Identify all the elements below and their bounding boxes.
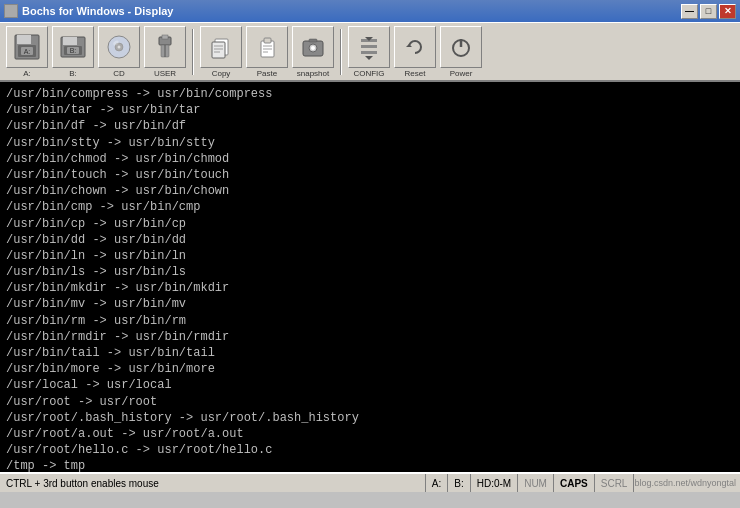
usb-label: USER [154,70,176,78]
terminal-line: /tmp -> tmp [6,458,734,472]
terminal-line: /usr/bin/rm -> usr/bin/rm [6,313,734,329]
status-drive-b: B: [448,474,470,492]
toolbar-group-snapshot: snapshot [292,26,334,78]
status-drive-a: A: [426,474,448,492]
terminal-line: /usr/bin/more -> usr/bin/more [6,361,734,377]
terminal-line: /usr/bin/cp -> usr/bin/cp [6,216,734,232]
terminal-line: /usr/bin/dd -> usr/bin/dd [6,232,734,248]
toolbar-group-cd: CD [98,26,140,78]
toolbar-group-copy: Copy [200,26,242,78]
usb-button[interactable] [144,26,186,68]
config-button[interactable] [348,26,390,68]
terminal-line: /usr/local -> usr/local [6,377,734,393]
app-icon [4,4,18,18]
svg-rect-6 [63,37,77,45]
copy-label: Copy [212,70,231,78]
toolbar-group-floppy-a: A: A: [6,26,48,78]
toolbar-sep-1 [192,29,194,75]
reset-button[interactable] [394,26,436,68]
config-icon [355,33,383,61]
window-title: Bochs for Windows - Display [22,5,173,17]
svg-point-30 [311,46,315,50]
terminal-line: /usr/root/hello.c -> usr/root/hello.c [6,442,734,458]
mouse-hint-text: CTRL + 3rd button enables mouse [6,478,159,489]
terminal-line: /usr/bin/tar -> usr/bin/tar [6,102,734,118]
terminal-line: /usr/bin/rmdir -> usr/bin/rmdir [6,329,734,345]
terminal-line: /usr/bin/touch -> usr/bin/touch [6,167,734,183]
status-caps: CAPS [554,474,595,492]
toolbar-group-reset: Reset [394,26,436,78]
paste-button[interactable] [246,26,288,68]
svg-text:B:: B: [70,47,77,54]
floppy-a-label: A: [23,70,31,78]
terminal-line: /usr/bin/ls -> usr/bin/ls [6,264,734,280]
minimize-button[interactable]: — [681,4,698,19]
toolbar-group-config: CONFIG [348,26,390,78]
toolbar-group-paste: Paste [246,26,288,78]
watermark-text: blog.csdn.net/wdnyongtal [634,478,740,488]
status-bar: CTRL + 3rd button enables mouse A: B: HD… [0,472,740,492]
floppy-a-icon: A: [13,33,41,61]
svg-rect-33 [361,45,377,48]
power-icon [447,33,475,61]
scroll-lock-label: SCRL [601,478,628,489]
toolbar-group-usb: USER [144,26,186,78]
cd-label: CD [113,70,125,78]
snapshot-button[interactable] [292,26,334,68]
caps-lock-label: CAPS [560,478,588,489]
status-mouse-hint: CTRL + 3rd button enables mouse [0,474,426,492]
floppy-b-button[interactable]: B: [52,26,94,68]
svg-rect-1 [17,35,31,44]
terminal-line: /usr/root/a.out -> usr/root/a.out [6,426,734,442]
num-lock-label: NUM [524,478,547,489]
floppy-b-icon: B: [59,33,87,61]
terminal-line: /usr/bin/df -> usr/bin/df [6,118,734,134]
terminal-line: /usr/bin/mv -> usr/bin/mv [6,296,734,312]
floppy-a-button[interactable]: A: [6,26,48,68]
terminal-line: /usr/bin/chown -> usr/bin/chown [6,183,734,199]
power-button[interactable] [440,26,482,68]
drive-b-label: B: [454,478,463,489]
snapshot-icon [299,33,327,61]
svg-rect-24 [264,38,271,43]
paste-icon [253,33,281,61]
cd-icon [105,33,133,61]
floppy-b-label: B: [69,70,77,78]
terminal-line: /usr/bin/mkdir -> usr/bin/mkdir [6,280,734,296]
close-button[interactable]: ✕ [719,4,736,19]
status-scrl: SCRL [595,474,635,492]
svg-point-12 [118,45,121,48]
svg-marker-37 [406,44,412,47]
power-label: Power [450,70,473,78]
toolbar: A: A: B: B: CD [0,22,740,82]
terminal-line: /usr/root -> usr/root [6,394,734,410]
watermark-label: blog.csdn.net/wdnyongtal [634,478,736,488]
svg-rect-34 [361,51,377,54]
config-label: CONFIG [353,70,384,78]
svg-rect-15 [162,35,168,39]
drive-a-label: A: [432,478,441,489]
terminal-line: /usr/bin/compress -> usr/bin/compress [6,86,734,102]
status-num: NUM [518,474,554,492]
copy-icon [207,33,235,61]
status-hd: HD:0-M [471,474,518,492]
terminal-area[interactable]: /usr/bin/compress -> usr/bin/compress/us… [0,82,740,472]
copy-button[interactable] [200,26,242,68]
maximize-button[interactable]: □ [700,4,717,19]
svg-rect-19 [212,42,225,58]
title-bar: Bochs for Windows - Display — □ ✕ [0,0,740,22]
reset-label: Reset [405,70,426,78]
terminal-line: /usr/bin/ln -> usr/bin/ln [6,248,734,264]
svg-marker-36 [365,56,373,60]
cd-button[interactable] [98,26,140,68]
snapshot-label: snapshot [297,70,329,78]
terminal-line: /usr/root/.bash_history -> usr/root/.bas… [6,410,734,426]
toolbar-group-power: Power [440,26,482,78]
terminal-line: /usr/bin/stty -> usr/bin/stty [6,135,734,151]
reset-icon [401,33,429,61]
svg-rect-31 [309,39,317,42]
usb-icon [151,33,179,61]
terminal-line: /usr/bin/cmp -> usr/bin/cmp [6,199,734,215]
svg-text:A:: A: [24,48,31,55]
hd-label: HD:0-M [477,478,511,489]
